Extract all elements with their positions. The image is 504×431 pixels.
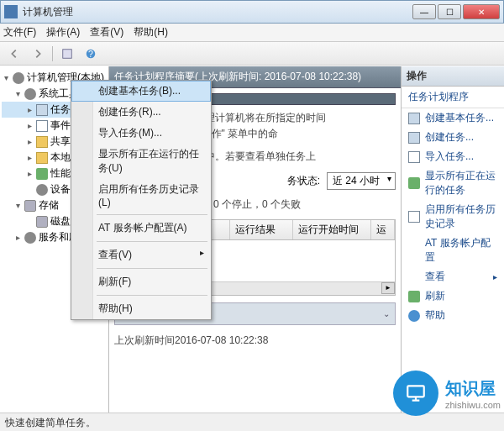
toolbar-separator	[52, 46, 53, 61]
action-refresh[interactable]: 刷新	[402, 286, 504, 306]
task-icon	[408, 132, 420, 144]
toolbar: ?	[0, 42, 504, 66]
history-icon	[408, 211, 420, 223]
action-label: 帮助	[425, 308, 445, 323]
tree-label: 性能	[50, 166, 71, 181]
ctx-label: 刷新(F)	[98, 276, 131, 287]
help-icon	[408, 310, 420, 322]
ctx-label: 显示所有正在运行的任务(U)	[98, 148, 199, 174]
storage-icon	[24, 200, 36, 212]
action-label: 显示所有正在运行的任务	[425, 169, 497, 197]
blank-icon	[408, 244, 420, 256]
ctx-create-task[interactable]: 创建任务(R)...	[71, 102, 211, 123]
ctx-label: 创建任务(R)...	[98, 106, 161, 118]
ctx-label: 导入任务(M)...	[98, 127, 162, 139]
watermark-text: 知识屋 zhishiwu.com	[445, 377, 501, 410]
action-help[interactable]: 帮助	[402, 306, 504, 325]
actions-header: 操作	[402, 66, 504, 87]
svg-text:?: ?	[88, 48, 93, 58]
window-title: 计算机管理	[23, 5, 412, 19]
app-icon	[4, 5, 18, 18]
back-button[interactable]	[5, 45, 24, 63]
actions-subtitle: 任务计划程序	[402, 87, 504, 108]
ctx-label: AT 服务帐户配置(A)	[98, 222, 187, 234]
watermark-url: zhishiwu.com	[445, 400, 501, 410]
action-import-task[interactable]: 导入任务...	[402, 147, 504, 166]
action-enable-history[interactable]: 启用所有任务历史记录	[402, 200, 504, 234]
col-start-time[interactable]: 运行开始时间	[293, 220, 371, 239]
services-icon	[24, 232, 36, 244]
status-label: 务状态:	[287, 174, 320, 188]
minimize-button[interactable]: —	[412, 4, 436, 19]
chevron-down-icon: ⌄	[383, 309, 390, 318]
ctx-label: 创建基本任务(B)...	[98, 85, 181, 97]
properties-button[interactable]	[58, 45, 76, 63]
ctx-label: 启用所有任务历史记录(L)	[98, 183, 199, 208]
scroll-right-button[interactable]: ►	[381, 282, 395, 294]
menu-action[interactable]: 操作(A)	[46, 25, 80, 39]
ctx-enable-history[interactable]: 启用所有任务历史记录(L)	[71, 179, 211, 212]
forward-button[interactable]	[29, 45, 47, 63]
watermark-badge	[393, 371, 438, 416]
action-create-basic-task[interactable]: 创建基本任务...	[402, 108, 504, 128]
ctx-separator	[97, 295, 207, 296]
action-label: 启用所有任务历史记录	[425, 202, 497, 231]
monitor-icon	[405, 382, 427, 404]
menu-file[interactable]: 文件(F)	[3, 25, 36, 39]
action-label: 导入任务...	[425, 150, 474, 164]
action-create-task[interactable]: 创建任务...	[402, 128, 504, 147]
watermark: 知识屋 zhishiwu.com	[393, 371, 501, 416]
menu-help[interactable]: 帮助(H)	[134, 25, 168, 39]
ctx-label: 帮助(H)	[98, 302, 133, 314]
action-label: 创建基本任务...	[425, 111, 494, 125]
clock-icon	[36, 104, 48, 116]
context-menu: 创建基本任务(B)... 创建任务(R)... 导入任务(M)... 显示所有正…	[71, 80, 212, 320]
ctx-help[interactable]: 帮助(H)	[71, 298, 211, 319]
ctx-separator	[97, 268, 207, 269]
maximize-button[interactable]: ☐	[438, 4, 461, 19]
folder-icon	[36, 136, 48, 148]
window-controls: — ☐ ✕	[412, 4, 500, 19]
col-result[interactable]: 运行结果	[230, 220, 293, 239]
ctx-refresh[interactable]: 刷新(F)	[71, 271, 211, 292]
period-value: 近 24 小时	[333, 175, 380, 187]
task-icon	[408, 113, 420, 124]
ctx-separator	[97, 214, 207, 215]
period-select[interactable]: 近 24 小时	[327, 172, 396, 190]
last-refresh-timestamp: 上次刷新时间2016-07-08 10:22:38	[114, 334, 396, 348]
action-label: 刷新	[425, 289, 445, 303]
menu-bar: 文件(F) 操作(A) 查看(V) 帮助(H)	[0, 24, 504, 42]
action-at-config[interactable]: AT 服务帐户配置	[402, 234, 504, 267]
action-show-running[interactable]: 显示所有正在运行的任务	[402, 166, 504, 200]
action-label: 查看	[425, 270, 445, 284]
ctx-at-config[interactable]: AT 服务帐户配置(A)	[71, 218, 211, 239]
disk-icon	[36, 216, 48, 228]
import-icon	[408, 151, 420, 163]
tree-label: 存储	[39, 198, 59, 213]
svg-rect-0	[63, 49, 72, 58]
close-button[interactable]: ✕	[463, 4, 500, 19]
chevron-right-icon: ▸	[493, 272, 497, 281]
actions-pane: 操作 任务计划程序 创建基本任务... 创建任务... 导入任务... 显示所有…	[402, 66, 504, 413]
ctx-show-running[interactable]: 显示所有正在运行的任务(U)	[71, 144, 211, 179]
device-icon	[36, 184, 48, 196]
menu-view[interactable]: 查看(V)	[90, 25, 123, 39]
ctx-label: 查看(V)	[98, 249, 132, 260]
ctx-import-task[interactable]: 导入任务(M)...	[71, 123, 211, 144]
action-label: AT 服务帐户配置	[425, 236, 497, 265]
tools-icon	[24, 88, 36, 100]
help-button[interactable]: ?	[81, 45, 100, 63]
action-label: 创建任务...	[425, 130, 474, 145]
blank-icon	[408, 271, 420, 283]
computer-icon	[13, 72, 24, 84]
ctx-create-basic-task[interactable]: 创建基本任务(B)...	[71, 81, 211, 102]
watermark-name: 知识屋	[445, 377, 501, 400]
svg-rect-3	[407, 386, 424, 397]
action-view[interactable]: 查看▸	[402, 267, 504, 286]
refresh-icon	[408, 291, 420, 302]
ctx-view[interactable]: 查看(V)	[71, 244, 211, 265]
perf-icon	[36, 168, 48, 180]
running-icon	[408, 177, 420, 189]
title-bar: 计算机管理 — ☐ ✕	[0, 0, 504, 24]
col-end[interactable]: 运	[371, 220, 395, 239]
